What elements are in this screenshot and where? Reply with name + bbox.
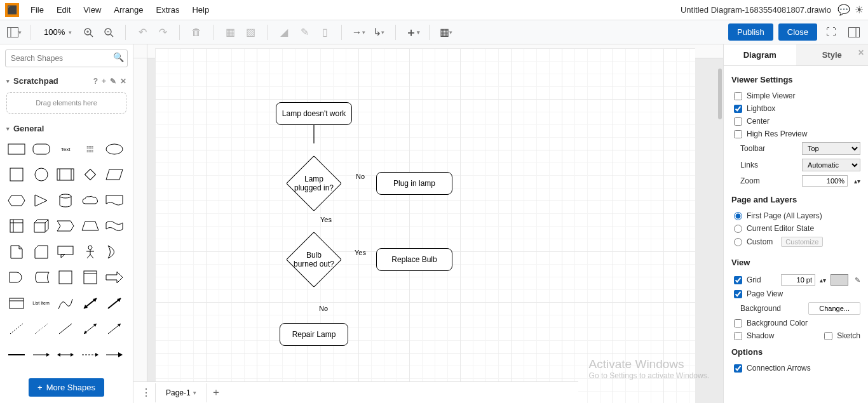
shape-process[interactable]: [55, 166, 76, 183]
shape-hexagon[interactable]: [6, 192, 27, 209]
shape-trapezoid[interactable]: [80, 218, 100, 234]
shape-diamond[interactable]: [80, 166, 100, 183]
shape-circle[interactable]: [31, 166, 51, 183]
menu-file[interactable]: File: [24, 1, 50, 18]
shape-arrow-big[interactable]: [104, 269, 125, 286]
to-front-icon[interactable]: ▦: [221, 23, 239, 41]
insert-icon[interactable]: ＋▾: [403, 23, 421, 41]
chk-grid[interactable]: [734, 276, 742, 284]
chk-bg-color[interactable]: Background Color: [731, 317, 860, 329]
comments-icon[interactable]: 💬: [837, 4, 850, 17]
node-start[interactable]: Lamp doesn't work: [276, 102, 352, 125]
shape-ellipse[interactable]: [104, 141, 125, 157]
ruler-vertical[interactable]: [133, 58, 147, 403]
shape-rounded-rect[interactable]: [31, 141, 51, 157]
zoom-dropdown[interactable]: 100%▾: [39, 25, 77, 39]
shape-directional-conn[interactable]: [104, 320, 125, 337]
shape-step[interactable]: [55, 218, 76, 234]
menu-arrange[interactable]: Arrange: [107, 1, 149, 18]
shape-triangle[interactable]: [31, 192, 51, 209]
close-panel-icon[interactable]: ✕: [858, 48, 864, 57]
shape-data-storage[interactable]: [31, 269, 51, 286]
shape-and[interactable]: [6, 269, 27, 286]
chk-highres[interactable]: High Res Preview: [731, 128, 860, 140]
sidebar-toggle-icon[interactable]: ▾: [5, 23, 23, 41]
node-decision-plugged[interactable]: Lamp plugged in?: [287, 156, 341, 211]
undo-icon[interactable]: ↶: [133, 23, 151, 41]
shape-dashed-line[interactable]: [6, 320, 27, 337]
shape-actor[interactable]: [80, 244, 100, 260]
links-select[interactable]: Automatic: [802, 159, 860, 171]
radio-current-editor[interactable]: Current Editor State: [731, 222, 860, 235]
shape-text[interactable]: Text: [55, 141, 76, 157]
shape-link5[interactable]: [104, 347, 125, 363]
radio-custom[interactable]: CustomCustomize: [731, 235, 860, 249]
general-header[interactable]: ▾General: [0, 120, 133, 137]
page-tab-1[interactable]: Page-1▾: [155, 383, 207, 402]
app-logo[interactable]: ⬛: [5, 3, 19, 17]
edge-label-yes-2[interactable]: Yes: [355, 249, 366, 256]
chk-shadow[interactable]: [734, 332, 742, 340]
chk-lightbox[interactable]: Lightbox: [731, 102, 860, 115]
shape-link1[interactable]: [6, 347, 27, 363]
chk-simple-viewer[interactable]: Simple Viewer: [731, 89, 860, 102]
chk-sketch[interactable]: [824, 332, 832, 340]
fill-color-icon[interactable]: ◢: [275, 23, 293, 41]
shape-list[interactable]: [6, 295, 27, 312]
shape-bidir-conn[interactable]: [80, 320, 100, 337]
chk-center[interactable]: Center: [731, 115, 860, 128]
shape-callout[interactable]: [55, 244, 76, 260]
shape-document[interactable]: [104, 192, 125, 209]
shadow-icon[interactable]: ▯: [316, 23, 334, 41]
fullscreen-icon[interactable]: ⛶: [822, 23, 840, 41]
delete-icon[interactable]: 🗑: [187, 23, 205, 41]
scratchpad-close-icon[interactable]: ✕: [120, 77, 126, 86]
menu-help[interactable]: Help: [186, 1, 215, 18]
toolbar-select[interactable]: Top: [802, 142, 860, 155]
shape-cloud[interactable]: [80, 192, 100, 209]
node-repair[interactable]: Repair Lamp: [280, 323, 348, 346]
edge-label-no-2[interactable]: No: [319, 305, 328, 312]
zoom-input[interactable]: [802, 175, 848, 187]
shape-curve[interactable]: [55, 295, 76, 312]
shape-note[interactable]: [6, 244, 27, 260]
canvas-scrollbar[interactable]: [718, 69, 722, 119]
grid-size-input[interactable]: [781, 274, 815, 286]
theme-icon[interactable]: ☀: [853, 4, 865, 17]
menu-view[interactable]: View: [77, 1, 107, 18]
search-icon[interactable]: 🔍: [113, 52, 124, 62]
shape-dotted-line[interactable]: [31, 320, 51, 337]
shape-arrow[interactable]: [104, 295, 125, 312]
zoom-in-icon[interactable]: [79, 23, 97, 41]
format-panel-toggle-icon[interactable]: [845, 23, 863, 41]
document-title[interactable]: Untitled Diagram-1683554081807.drawio: [681, 5, 835, 15]
zoom-out-icon[interactable]: [100, 23, 118, 41]
scratchpad-header[interactable]: ▾Scratchpad ? + ✎ ✕: [0, 72, 133, 89]
add-page-icon[interactable]: ＋: [207, 384, 225, 402]
shape-or[interactable]: [104, 244, 125, 260]
shape-card[interactable]: [31, 244, 51, 260]
search-shapes-input[interactable]: [5, 50, 128, 67]
tab-diagram[interactable]: Diagram: [724, 44, 796, 65]
shape-square[interactable]: [6, 166, 27, 183]
menu-edit[interactable]: Edit: [50, 1, 77, 18]
chk-page-view[interactable]: Page View: [731, 287, 860, 300]
shape-frame[interactable]: [80, 269, 100, 286]
redo-icon[interactable]: ↷: [154, 23, 172, 41]
shape-line[interactable]: [55, 320, 76, 337]
to-back-icon[interactable]: ▧: [241, 23, 259, 41]
chk-connection-arrows[interactable]: Connection Arrows: [731, 362, 860, 374]
node-replace-bulb[interactable]: Replace Bulb: [376, 248, 452, 271]
grid-color-swatch[interactable]: [831, 274, 848, 286]
shape-internal-storage[interactable]: [6, 218, 27, 234]
more-shapes-button[interactable]: +More Shapes: [29, 378, 104, 397]
scratchpad-edit-icon[interactable]: ✎: [110, 77, 116, 86]
edge-label-no-1[interactable]: No: [356, 173, 365, 180]
shape-container[interactable]: [55, 269, 76, 286]
shape-link2[interactable]: [31, 347, 51, 363]
scratchpad-help-icon[interactable]: ?: [93, 77, 98, 86]
close-button[interactable]: Close: [778, 23, 817, 41]
menu-extras[interactable]: Extras: [150, 1, 186, 18]
connection-icon[interactable]: →▾: [349, 23, 367, 41]
publish-button[interactable]: Publish: [728, 23, 773, 41]
